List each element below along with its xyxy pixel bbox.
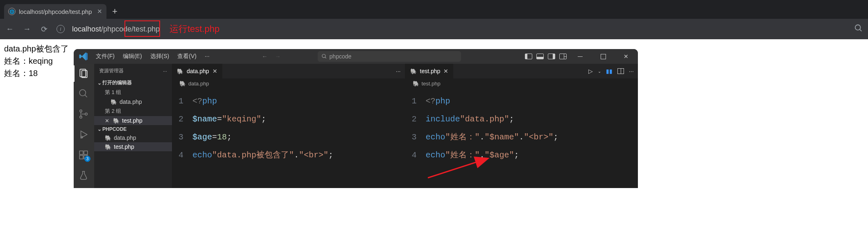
new-tab-button[interactable]: + (106, 4, 123, 19)
search-icon (321, 54, 327, 59)
open-file-item[interactable]: 🐘data.php (94, 97, 172, 106)
explorer-icon[interactable] (78, 68, 90, 79)
extensions-badge: 3 (84, 156, 90, 162)
svg-point-2 (322, 54, 325, 58)
browser-toolbar: ← → ⟳ i localhost/phpcode/test.php (0, 19, 868, 39)
sidebar-title: 资源管理器 ··· (94, 64, 172, 78)
menu-select[interactable]: 选择(S) (147, 51, 173, 62)
menu-file[interactable]: 文件(F) (93, 51, 118, 62)
php-file-icon: 🐘 (105, 135, 111, 141)
customize-layout-icon[interactable] (559, 54, 567, 59)
close-icon[interactable]: ✕ (212, 68, 217, 74)
php-file-icon: 🐘 (410, 68, 417, 74)
run-icon[interactable]: ▷ (588, 68, 593, 74)
reload-button[interactable]: ⟳ (39, 25, 49, 34)
compare-icon[interactable]: ▮▮ (606, 68, 613, 74)
php-file-icon: 🐘 (113, 118, 120, 124)
code-editor[interactable]: 1<?php 2include "data.php"; 3echo "姓名：".… (405, 88, 638, 188)
annotation-text: 运行test.php (170, 23, 219, 35)
browser-tab-strip: 🌐 localhost/phpcode/test.php ✕ + (0, 0, 868, 19)
php-file-icon: 🐘 (413, 81, 419, 87)
close-icon[interactable]: ✕ (443, 68, 448, 74)
svg-line-3 (325, 57, 326, 58)
window-close-button[interactable] (617, 49, 635, 64)
forward-button[interactable]: → (22, 25, 32, 34)
window-maximize-button[interactable] (594, 49, 613, 64)
close-icon[interactable]: ✕ (97, 8, 102, 15)
svg-rect-12 (79, 151, 83, 155)
vscode-logo-icon (79, 52, 88, 61)
close-icon[interactable]: ✕ (105, 118, 111, 124)
chevron-down-icon: ⌄ (97, 80, 102, 86)
activity-bar: 3 (74, 64, 94, 188)
svg-point-11 (81, 136, 83, 138)
editor-group-2: 🐘 test.php ✕ ▷ ⌄ ▮▮ ··· 🐘 test.php (405, 64, 638, 188)
editor-group-label: 第 1 组 (94, 87, 172, 97)
svg-line-1 (860, 29, 862, 31)
editor-group-1: 🐘 data.php ✕ ··· 🐘 data.php 1<?php 2$nam… (172, 64, 405, 188)
search-icon[interactable] (78, 88, 90, 100)
php-file-icon: 🐘 (105, 144, 111, 150)
svg-point-6 (79, 90, 86, 96)
svg-point-8 (80, 110, 82, 112)
menu-edit[interactable]: 编辑(E) (120, 51, 145, 62)
nav-forward-icon[interactable]: → (275, 53, 281, 60)
editor-tabbar: 🐘 data.php ✕ ··· (172, 64, 405, 78)
vscode-history-nav: ← → (262, 53, 281, 60)
source-control-icon[interactable] (78, 109, 90, 120)
search-icon[interactable] (854, 24, 863, 35)
nav-back-icon[interactable]: ← (262, 53, 268, 60)
tree-file-item-active[interactable]: 🐘test.php (94, 142, 172, 151)
vscode-window: 文件(F) 编辑(E) 选择(S) 查看(V) ··· ← → phpcode (74, 49, 638, 188)
window-minimize-button[interactable] (571, 49, 590, 64)
php-file-icon: 🐘 (179, 81, 186, 87)
breadcrumb[interactable]: 🐘 test.php (405, 78, 638, 88)
back-button[interactable]: ← (5, 25, 15, 34)
globe-icon: 🌐 (8, 8, 16, 15)
menu-view[interactable]: 查看(V) (174, 51, 200, 62)
tab-title: localhost/phpcode/test.php (19, 8, 92, 15)
command-center[interactable]: phpcode (318, 51, 461, 62)
toggle-primary-sidebar-icon[interactable] (525, 54, 532, 59)
editor-tab-active[interactable]: 🐘 data.php ✕ (172, 64, 222, 78)
editor-tab-active[interactable]: 🐘 test.php ✕ (405, 64, 454, 78)
vscode-titlebar[interactable]: 文件(F) 编辑(E) 选择(S) 查看(V) ··· ← → phpcode (74, 49, 638, 64)
command-center-text: phpcode (330, 53, 352, 60)
url-host: localhost (72, 25, 101, 34)
more-actions-icon[interactable]: ··· (629, 68, 634, 74)
layout-controls (525, 49, 635, 64)
toggle-panel-icon[interactable] (536, 54, 544, 59)
svg-point-0 (855, 25, 861, 30)
php-file-icon: 🐘 (177, 68, 183, 74)
split-editor-icon[interactable] (617, 68, 624, 74)
svg-line-7 (85, 95, 87, 97)
open-editors-section[interactable]: ⌄打开的编辑器 (94, 78, 172, 87)
editor-tabbar: 🐘 test.php ✕ ▷ ⌄ ▮▮ ··· (405, 64, 638, 78)
svg-rect-14 (79, 155, 83, 159)
code-editor[interactable]: 1<?php 2$name = "keqing"; 3$age = 18; 4e… (172, 88, 405, 188)
url-path: /phpcode/test.php (101, 25, 160, 34)
svg-point-9 (80, 116, 82, 118)
chevron-down-icon[interactable]: ⌄ (598, 69, 601, 74)
svg-point-10 (85, 113, 87, 115)
svg-rect-13 (84, 151, 88, 155)
menu-more[interactable]: ··· (201, 51, 213, 62)
testing-icon[interactable] (78, 170, 90, 182)
site-info-icon[interactable]: i (57, 25, 65, 33)
extensions-icon[interactable]: 3 (78, 150, 90, 161)
tree-file-item[interactable]: 🐘data.php (94, 133, 172, 142)
more-actions-icon[interactable]: ··· (396, 68, 401, 74)
sidebar-more-icon[interactable]: ··· (163, 68, 167, 74)
editor-area: 🐘 data.php ✕ ··· 🐘 data.php 1<?php 2$nam… (172, 64, 638, 188)
editor-group-label: 第 2 组 (94, 106, 172, 116)
breadcrumb[interactable]: 🐘 data.php (172, 78, 405, 88)
vscode-menu-bar: 文件(F) 编辑(E) 选择(S) 查看(V) ··· (93, 51, 213, 62)
php-file-icon: 🐘 (111, 99, 117, 105)
folder-section[interactable]: ⌄PHPCODE (94, 125, 172, 133)
open-file-item-active[interactable]: ✕ 🐘test.php (94, 116, 172, 125)
browser-tab-active[interactable]: 🌐 localhost/phpcode/test.php ✕ (4, 4, 106, 19)
toggle-secondary-sidebar-icon[interactable] (548, 54, 555, 59)
run-debug-icon[interactable] (78, 129, 90, 141)
chevron-down-icon: ⌄ (97, 126, 102, 132)
explorer-sidebar: 资源管理器 ··· ⌄打开的编辑器 第 1 组 🐘data.php 第 2 组 … (94, 64, 172, 188)
